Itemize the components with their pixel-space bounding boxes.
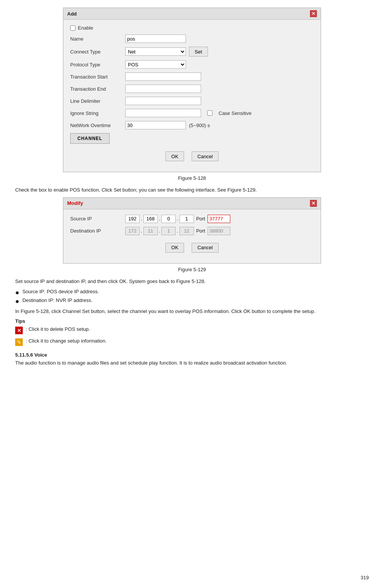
add-cancel-button[interactable]: Cancel [192, 151, 218, 161]
transaction-start-row: Transaction Start [70, 72, 314, 81]
enable-label: Enable [78, 25, 93, 31]
connect-type-select[interactable]: Net [125, 47, 186, 56]
protocol-type-select[interactable]: POS [125, 60, 186, 69]
add-dialog-title: Add [67, 11, 77, 17]
bullet-text-2: Destination IP: NVR IP address. [22, 297, 93, 303]
fig128-caption: Figure 5-128 [15, 175, 369, 181]
bullet-item-1: ● Source IP: POS device IP address. [15, 289, 369, 296]
bullet-dot-1: ● [15, 289, 19, 296]
delete-icon: ✕ [15, 327, 23, 334]
add-dialog-close[interactable]: ✕ [310, 10, 317, 17]
section-title: 5.11.5.6 Voice [15, 352, 369, 358]
modify-dialog-title: Modify [67, 200, 83, 206]
dest-port-label: Port [196, 228, 205, 234]
modify-dialog-body: Source IP . . . Port Destination IP . . [63, 209, 321, 263]
set-button[interactable]: Set [189, 47, 208, 57]
dest-ip-octet-2[interactable] [143, 227, 158, 235]
connect-type-row: Connect Type Net Set [70, 47, 314, 57]
dest-ip-octet-4[interactable] [179, 227, 194, 235]
case-sensitive-container: Case Sensitive [207, 110, 252, 116]
modify-dialog-close[interactable]: ✕ [310, 200, 317, 207]
add-ok-button[interactable]: OK [165, 151, 184, 161]
network-suffix: (5~900) s [189, 123, 210, 128]
source-port-label: Port [196, 216, 205, 222]
add-dialog: Add ✕ Enable Name Connect Type Net Set P… [63, 8, 321, 172]
network-overtime-label: NetWork Overtime [70, 123, 125, 128]
tip-delete: ✕ : Click it to delete POS setup. [15, 326, 369, 334]
tip-edit: ✎ : Click it to change setup information… [15, 338, 369, 346]
line-delimiter-input[interactable] [125, 97, 201, 105]
source-ip-octet-1[interactable] [125, 215, 140, 223]
transaction-start-label: Transaction Start [70, 74, 125, 80]
name-input[interactable] [125, 35, 186, 43]
transaction-end-input[interactable] [125, 85, 201, 93]
network-overtime-input[interactable] [125, 121, 186, 129]
source-ip-label: Source IP [70, 216, 125, 222]
protocol-type-row: Protocol Type POS [70, 60, 314, 69]
modify-dialog: Modify ✕ Source IP . . . Port Destinatio… [63, 197, 321, 264]
ignore-string-row: Ignore String Case Sensitive [70, 109, 314, 117]
bullet-item-2: ● Destination IP: NVR IP address. [15, 297, 369, 305]
tips-label: Tips [15, 318, 369, 324]
source-ip-group: . . . [125, 215, 194, 223]
channel-row: CHANNEL [70, 133, 314, 144]
source-ip-octet-3[interactable] [161, 215, 176, 223]
page-number: 319 [360, 575, 369, 580]
case-sensitive-checkbox[interactable] [207, 110, 212, 116]
modify-cancel-button[interactable]: Cancel [192, 243, 218, 253]
transaction-end-label: Transaction End [70, 86, 125, 92]
dest-ip-row: Destination IP . . . Port [70, 227, 314, 235]
bullet-text-1: Source IP: POS device IP address. [22, 289, 99, 294]
name-row: Name [70, 35, 314, 43]
section-text: The audio function is to manage audio fi… [15, 359, 369, 367]
modify-ok-button[interactable]: OK [165, 243, 184, 253]
enable-row: Enable [70, 25, 314, 31]
channel-instruction: In Figure 5-128, click Channel Set butto… [15, 308, 369, 316]
dest-ip-label: Destination IP [70, 228, 125, 234]
transaction-start-input[interactable] [125, 72, 201, 81]
tip-edit-text: : Click it to change setup information. [26, 338, 107, 344]
bullet-list: ● Source IP: POS device IP address. ● De… [15, 289, 369, 305]
name-label: Name [70, 36, 125, 42]
add-dialog-body: Enable Name Connect Type Net Set Protoco… [63, 20, 321, 172]
source-ip-octet-2[interactable] [143, 215, 158, 223]
channel-button[interactable]: CHANNEL [70, 133, 110, 144]
set-instructions: Set source IP and destination IP, and th… [15, 278, 369, 286]
dest-ip-octet-1[interactable] [125, 227, 140, 235]
source-ip-octet-4[interactable] [179, 215, 194, 223]
tip-delete-text: : Click it to delete POS setup. [26, 326, 90, 332]
add-dialog-footer: OK Cancel [70, 148, 314, 167]
network-overtime-row: NetWork Overtime (5~900) s [70, 121, 314, 129]
line-delimiter-label: Line Delimiter [70, 98, 125, 104]
modify-dialog-footer: OK Cancel [70, 239, 314, 258]
fig129-caption: Figure 5-129 [15, 267, 369, 272]
enable-checkbox[interactable] [70, 25, 76, 31]
transaction-end-row: Transaction End [70, 85, 314, 93]
source-ip-row: Source IP . . . Port [70, 215, 314, 223]
modify-dialog-titlebar: Modify ✕ [63, 198, 321, 209]
protocol-type-label: Protocol Type [70, 62, 125, 68]
dest-ip-group: . . . [125, 227, 194, 235]
add-dialog-titlebar: Add ✕ [63, 8, 321, 20]
line-delimiter-row: Line Delimiter [70, 97, 314, 105]
ignore-string-label: Ignore String [70, 110, 125, 116]
source-port-input[interactable] [208, 215, 230, 223]
dest-port-input[interactable] [208, 227, 230, 235]
case-sensitive-label: Case Sensitive [219, 110, 252, 116]
edit-icon: ✎ [15, 338, 23, 346]
intro-text: Check the box to enable POS function, Cl… [15, 186, 369, 194]
dest-ip-octet-3[interactable] [161, 227, 176, 235]
bullet-dot-2: ● [15, 298, 19, 305]
connect-type-label: Connect Type [70, 49, 125, 55]
ignore-string-input[interactable] [125, 109, 201, 117]
